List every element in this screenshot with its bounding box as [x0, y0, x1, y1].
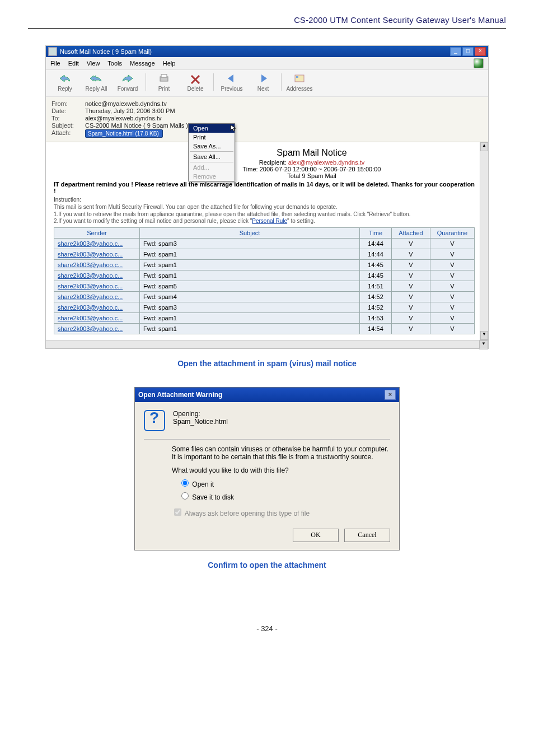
cell-subject: Fwd: spam1: [140, 249, 360, 259]
cell-sender[interactable]: share2k003@yahoo.c...: [54, 270, 140, 281]
menu-file[interactable]: File: [50, 60, 60, 67]
cursor-icon: [230, 124, 237, 132]
svg-rect-1: [161, 74, 167, 77]
table-row: share2k003@yahoo.c...Fwd: spam114:44VV: [54, 249, 475, 259]
table-row: share2k003@yahoo.c...Fwd: spam514:51VV: [54, 281, 475, 291]
ctx-open[interactable]: Open: [189, 124, 235, 133]
cell-time: 14:45: [360, 259, 392, 270]
cell-quarantine: V: [430, 238, 475, 249]
radio-open-input[interactable]: [181, 479, 189, 487]
tool-previous[interactable]: Previous: [216, 72, 247, 92]
tool-label: Next: [257, 86, 269, 92]
cell-time: 14:52: [360, 291, 392, 302]
scroll-right-icon[interactable]: ▼: [479, 340, 488, 349]
scrollbar-horizontal[interactable]: ▼: [46, 340, 488, 348]
radio-label: Open it: [192, 480, 214, 488]
cancel-button[interactable]: Cancel: [344, 529, 390, 542]
instruction-line: 1.If you want to retrieve the mails from…: [54, 211, 475, 218]
menu-tools[interactable]: Tools: [107, 60, 122, 67]
minimize-button[interactable]: _: [450, 47, 461, 56]
cell-sender[interactable]: share2k003@yahoo.c...: [54, 302, 140, 312]
ctx-separator: [190, 151, 233, 152]
ctx-saveall[interactable]: Save All...: [189, 152, 235, 161]
cell-quarantine: V: [430, 281, 475, 291]
cell-attached: V: [392, 249, 430, 259]
toolbar-separator: [146, 73, 146, 91]
cell-time: 14:52: [360, 302, 392, 312]
cell-quarantine: V: [430, 249, 475, 259]
cell-attached: V: [392, 281, 430, 291]
close-button[interactable]: ×: [475, 47, 486, 56]
print-icon: [157, 72, 171, 85]
question-icon: [144, 410, 165, 431]
tool-reply-all[interactable]: Reply All: [81, 72, 112, 92]
radio-save-to-disk[interactable]: Save it to disk: [179, 493, 234, 501]
radio-save-input[interactable]: [181, 492, 189, 500]
date-label: Date:: [51, 108, 85, 114]
tool-delete[interactable]: Delete: [180, 72, 211, 92]
ctx-label: Open: [193, 125, 208, 132]
tool-addresses[interactable]: Addresses: [284, 72, 315, 92]
cell-attached: V: [392, 312, 430, 323]
context-menu: Open Print Save As... Save All... Add...…: [188, 123, 235, 181]
subject-value: CS-2000 Mail Notice ( 9 Spam Mails ): [85, 122, 483, 129]
dialog-warning-text: Some files can contain viruses or otherw…: [172, 445, 390, 461]
message-body: Spam Mail Notice Recipient: alex@myalexw…: [46, 142, 488, 340]
cell-sender[interactable]: share2k003@yahoo.c...: [54, 291, 140, 302]
addresses-icon: [292, 72, 307, 85]
figure-caption: Open the attachment in spam (virus) mail…: [0, 359, 534, 368]
personal-rule-link[interactable]: Personal Rule: [252, 218, 287, 224]
menu-help[interactable]: Help: [163, 60, 176, 67]
outlook-window: Nusoft Mail Notice ( 9 Spam Mail) _ □ × …: [45, 45, 489, 349]
cell-sender[interactable]: share2k003@yahoo.c...: [54, 238, 140, 249]
ctx-add: Add...: [189, 163, 235, 172]
table-row: share2k003@yahoo.c...Fwd: spam314:44VV: [54, 238, 475, 249]
col-quarantine: Quarantine: [430, 227, 475, 238]
menu-view[interactable]: View: [87, 60, 100, 67]
cell-sender[interactable]: share2k003@yahoo.c...: [54, 281, 140, 291]
table-row: share2k003@yahoo.c...Fwd: spam114:45VV: [54, 259, 475, 270]
menu-message[interactable]: Message: [130, 60, 155, 67]
spam-table: Sender Subject Time Attached Quarantine …: [54, 227, 475, 334]
table-row: share2k003@yahoo.c...Fwd: spam414:52VV: [54, 291, 475, 302]
attachment-chip[interactable]: Spam_Notice.html (17.8 KB): [85, 129, 163, 138]
tool-label: Reply All: [86, 86, 107, 92]
cell-subject: Fwd: spam1: [140, 312, 360, 323]
tool-forward[interactable]: Forward: [112, 72, 143, 92]
cell-subject: Fwd: spam1: [140, 259, 360, 270]
to-label: To:: [51, 115, 85, 122]
cell-sender[interactable]: share2k003@yahoo.c...: [54, 259, 140, 270]
reply-icon: [58, 72, 72, 85]
tool-print[interactable]: Print: [148, 72, 180, 92]
table-row: share2k003@yahoo.c...Fwd: spam314:52VV: [54, 302, 475, 312]
dialog-close-button[interactable]: ×: [385, 390, 396, 400]
cell-time: 14:51: [360, 281, 392, 291]
menu-edit[interactable]: Edit: [68, 60, 79, 67]
delete-icon: [188, 72, 203, 85]
ok-button[interactable]: OK: [293, 529, 339, 542]
opening-label: Opening:: [173, 410, 228, 418]
ctx-saveas[interactable]: Save As...: [189, 142, 235, 151]
scroll-up-icon[interactable]: ▲: [480, 142, 488, 151]
dialog-separator: [144, 439, 390, 440]
oe-logo-icon: [474, 58, 484, 68]
tool-reply[interactable]: Reply: [49, 72, 81, 92]
scrollbar-vertical[interactable]: ▲ ▼: [480, 142, 488, 340]
table-row: share2k003@yahoo.c...Fwd: spam114:53VV: [54, 312, 475, 323]
ctx-print[interactable]: Print: [189, 133, 235, 142]
ctx-separator: [190, 162, 233, 162]
cell-sender[interactable]: share2k003@yahoo.c...: [54, 249, 140, 259]
cell-sender[interactable]: share2k003@yahoo.c...: [54, 323, 140, 334]
svg-rect-2: [295, 75, 304, 82]
maximize-button[interactable]: □: [462, 47, 474, 56]
cell-subject: Fwd: spam3: [140, 302, 360, 312]
ctx-remove: Remove: [189, 172, 235, 181]
col-subject: Subject: [140, 227, 360, 238]
always-ask-input: [174, 508, 181, 516]
radio-open-it[interactable]: Open it: [179, 480, 214, 488]
previous-icon: [224, 72, 239, 85]
cell-sender[interactable]: share2k003@yahoo.c...: [54, 312, 140, 323]
cell-attached: V: [392, 291, 430, 302]
scroll-down-icon[interactable]: ▼: [480, 331, 488, 340]
tool-next[interactable]: Next: [247, 72, 279, 92]
